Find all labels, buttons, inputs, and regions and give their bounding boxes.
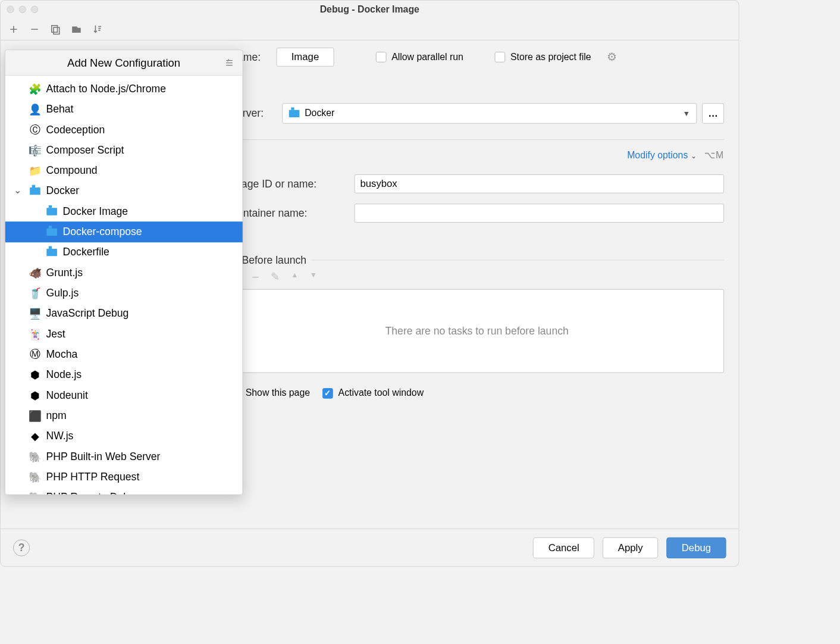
- checkbox-checked-icon: [322, 388, 333, 399]
- remove-task-icon[interactable]: −: [252, 270, 259, 285]
- docker-icon: [46, 208, 57, 215]
- chevron-down-icon: ▼: [683, 109, 690, 117]
- apply-button[interactable]: Apply: [603, 537, 658, 558]
- popup-list[interactable]: 🧩Attach to Node.js/Chrome👤BehatⒸCodecept…: [5, 76, 243, 495]
- image-id-input[interactable]: busybox: [355, 174, 724, 193]
- activate-tool-label: Activate tool window: [338, 387, 424, 398]
- before-launch-label: Before launch: [242, 254, 306, 266]
- config-type-item[interactable]: ⬢Nodeunit: [5, 385, 243, 405]
- remove-config-icon[interactable]: [29, 23, 40, 35]
- config-icon: ⬢: [29, 389, 40, 401]
- name-input-value: Image: [292, 51, 319, 62]
- before-launch-header[interactable]: ▼ Before launch: [230, 254, 724, 266]
- config-icon: 📁: [29, 164, 40, 177]
- popup-title: Add New Configuration: [67, 57, 180, 69]
- config-type-label: Compound: [46, 164, 97, 176]
- edit-task-icon[interactable]: ✎: [271, 270, 280, 285]
- filter-icon[interactable]: [225, 58, 234, 70]
- config-type-label: Node.js: [46, 369, 82, 381]
- config-icon: 🐘: [29, 471, 40, 483]
- container-name-label: Container name:: [230, 207, 354, 219]
- cancel-button[interactable]: Cancel: [533, 537, 594, 558]
- image-id-label: Image ID or name:: [230, 178, 354, 190]
- config-type-item[interactable]: 📁Compound: [5, 160, 243, 180]
- config-type-item[interactable]: ⬛npm: [5, 405, 243, 426]
- config-type-item[interactable]: 🐘PHP HTTP Request: [5, 467, 243, 487]
- config-type-item[interactable]: 👤Behat: [5, 99, 243, 119]
- config-icon: 🐘: [29, 491, 40, 495]
- config-icon: 🎼: [29, 144, 40, 157]
- config-type-label: npm: [46, 409, 66, 421]
- save-template-icon[interactable]: [71, 23, 82, 35]
- store-project-label: Store as project file: [510, 52, 591, 62]
- copy-config-icon[interactable]: [50, 23, 61, 35]
- activate-tool-checkbox[interactable]: Activate tool window: [322, 387, 424, 398]
- add-config-icon[interactable]: [8, 23, 19, 35]
- config-type-item[interactable]: ⬢Node.js: [5, 364, 243, 384]
- svg-rect-1: [54, 27, 59, 34]
- config-type-label: Grunt.js: [46, 267, 83, 279]
- config-type-label: Nodeunit: [46, 389, 87, 401]
- modify-options-link[interactable]: Modify options ⌄: [627, 149, 697, 160]
- config-icon: 🐗: [29, 266, 40, 279]
- docker-icon: [46, 228, 57, 235]
- config-type-label: PHP HTTP Request: [46, 471, 139, 483]
- config-type-item[interactable]: Docker: [5, 181, 243, 201]
- config-type-item[interactable]: ⒸCodeception: [5, 120, 243, 140]
- dialog-window: Debug - Docker Image Name: Image: [0, 0, 739, 567]
- config-icon: 🧩: [29, 83, 40, 95]
- container-name-input[interactable]: [355, 204, 724, 223]
- minimize-window-button[interactable]: [19, 6, 26, 13]
- move-down-icon[interactable]: ▼: [310, 270, 317, 285]
- zoom-window-button[interactable]: [31, 6, 38, 13]
- config-icon: 🖥️: [29, 307, 40, 320]
- config-type-item[interactable]: 🐘PHP Remote Debug: [5, 487, 243, 494]
- docker-icon: [289, 110, 300, 117]
- name-input[interactable]: Image: [277, 48, 334, 67]
- config-type-item[interactable]: ⓂMocha: [5, 344, 243, 364]
- popup-header: Add New Configuration: [5, 50, 243, 75]
- config-icon: Ⓒ: [29, 123, 40, 137]
- before-launch-toolbar: + − ✎ ▲ ▼: [230, 266, 724, 289]
- config-type-item[interactable]: 🃏Jest: [5, 324, 243, 344]
- dialog-footer: ? Cancel Apply Debug: [1, 529, 739, 566]
- close-window-button[interactable]: [7, 6, 14, 13]
- allow-parallel-checkbox[interactable]: Allow parallel run: [376, 52, 463, 62]
- footer-buttons: Cancel Apply Debug: [533, 537, 726, 558]
- config-icon: ⬛: [29, 409, 40, 422]
- config-type-item[interactable]: 🧩Attach to Node.js/Chrome: [5, 79, 243, 99]
- config-type-item[interactable]: Dockerfile: [5, 242, 243, 262]
- add-configuration-popup: Add New Configuration 🧩Attach to Node.js…: [5, 50, 243, 495]
- config-type-item[interactable]: Docker Image: [5, 201, 243, 221]
- config-type-item[interactable]: 🥤Gulp.js: [5, 283, 243, 303]
- titlebar: Debug - Docker Image: [1, 1, 739, 18]
- store-project-checkbox[interactable]: Store as project file: [495, 52, 591, 62]
- server-browse-button[interactable]: …: [702, 103, 724, 123]
- config-type-label: Jest: [46, 328, 65, 340]
- gear-icon[interactable]: ⚙: [607, 50, 618, 64]
- allow-parallel-label: Allow parallel run: [391, 52, 463, 62]
- config-type-item[interactable]: 🐗Grunt.js: [5, 262, 243, 283]
- config-type-item[interactable]: 🐘PHP Built-in Web Server: [5, 446, 243, 467]
- config-toolbar: [1, 18, 739, 40]
- move-up-icon[interactable]: ▲: [291, 270, 298, 285]
- debug-button[interactable]: Debug: [666, 537, 726, 558]
- config-icon: 👤: [29, 103, 40, 115]
- config-type-label: Dockerfile: [63, 246, 109, 258]
- modify-options-shortcut: ⌥M: [704, 149, 724, 161]
- sort-config-icon[interactable]: [92, 23, 103, 35]
- window-title: Debug - Docker Image: [1, 4, 739, 15]
- help-button[interactable]: ?: [13, 539, 30, 556]
- config-type-label: Behat: [46, 103, 73, 115]
- config-form: Name: Image Allow parallel run Store as …: [215, 40, 739, 529]
- config-type-label: Docker: [46, 185, 79, 197]
- config-type-label: Codeception: [46, 124, 105, 136]
- config-type-item[interactable]: ◆NW.js: [5, 426, 243, 446]
- show-page-label: Show this page: [246, 387, 310, 398]
- config-type-item[interactable]: 🎼Composer Script: [5, 140, 243, 160]
- config-icon: Ⓜ: [29, 347, 40, 361]
- config-type-item[interactable]: Docker-compose: [5, 221, 243, 242]
- config-type-item[interactable]: 🖥️JavaScript Debug: [5, 304, 243, 324]
- server-select[interactable]: Docker ▼: [282, 103, 697, 123]
- config-type-label: Attach to Node.js/Chrome: [46, 83, 166, 95]
